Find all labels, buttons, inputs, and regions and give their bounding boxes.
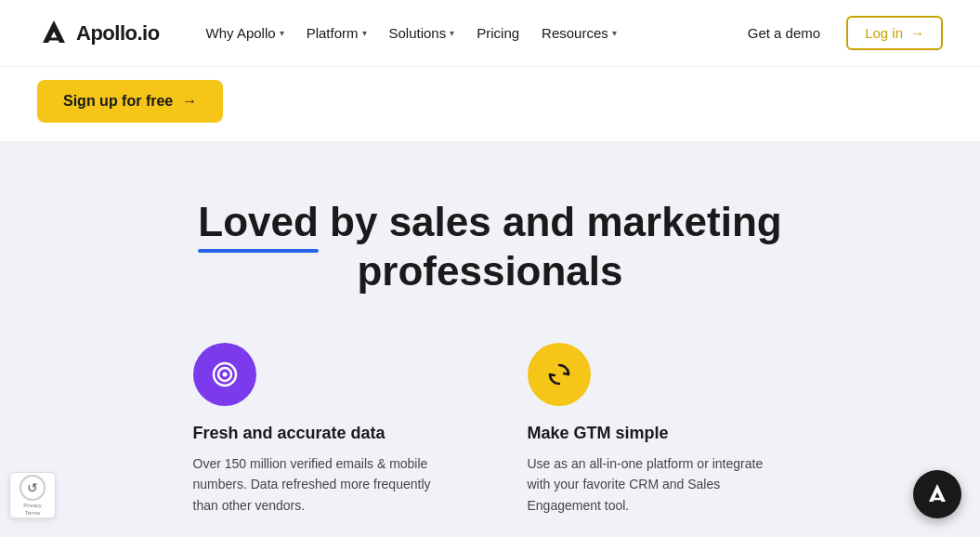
features-row: Fresh and accurate data Over 150 million… xyxy=(37,343,943,537)
arrow-right-icon: → xyxy=(910,25,924,41)
apollo-logo-icon xyxy=(924,481,950,507)
arrow-right-icon: → xyxy=(182,93,197,110)
nav-platform[interactable]: Platform ▾ xyxy=(297,20,376,46)
feature-desc-data: Over 150 million verified emails & mobil… xyxy=(193,453,453,516)
nav-right: Get a demo Log in → xyxy=(737,16,943,50)
signup-bar: Sign up for free → xyxy=(0,67,980,142)
data-icon xyxy=(193,343,256,406)
captcha-icon: ↺ xyxy=(20,475,46,501)
nav-pricing[interactable]: Pricing xyxy=(467,20,529,46)
logo-icon xyxy=(37,17,71,50)
feature-card-data: Fresh and accurate data Over 150 million… xyxy=(193,343,453,517)
hero-title: Loved by sales and marketing professiona… xyxy=(72,198,908,296)
feature-card-gtm: Make GTM simple Use as an all-in-one pla… xyxy=(528,343,788,517)
chevron-down-icon: ▾ xyxy=(362,28,367,38)
chevron-down-icon: ▾ xyxy=(612,28,617,38)
captcha-badge: ↺ Privacy Terms xyxy=(9,472,56,518)
target-icon xyxy=(209,359,241,390)
gtm-icon xyxy=(528,343,591,406)
feature-title-gtm: Make GTM simple xyxy=(528,423,669,444)
logo-text: Apollo.io xyxy=(76,21,160,46)
feature-title-data: Fresh and accurate data xyxy=(193,423,385,444)
chevron-down-icon: ▾ xyxy=(450,28,454,38)
logo[interactable]: Apollo.io xyxy=(37,17,160,50)
refresh-icon xyxy=(543,359,575,390)
nav-solutions[interactable]: Solutions ▾ xyxy=(380,20,464,46)
login-button[interactable]: Log in → xyxy=(846,16,943,50)
svg-point-2 xyxy=(222,372,227,376)
float-action-button[interactable] xyxy=(913,470,961,518)
nav-resources[interactable]: Resources ▾ xyxy=(532,20,626,46)
feature-desc-gtm: Use as an all-in-one platform or integra… xyxy=(528,453,788,516)
hero-title-rest: by sales and marketing professionals xyxy=(319,199,782,294)
navbar: Apollo.io Why Apollo ▾ Platform ▾ Soluti… xyxy=(0,0,980,67)
signup-button[interactable]: Sign up for free → xyxy=(37,80,223,123)
hero-section: Loved by sales and marketing professiona… xyxy=(0,142,980,537)
hero-title-loved: Loved xyxy=(198,198,319,247)
get-demo-button[interactable]: Get a demo xyxy=(737,20,831,46)
chevron-down-icon: ▾ xyxy=(280,28,284,38)
nav-why-apollo[interactable]: Why Apollo ▾ xyxy=(197,20,294,46)
nav-links: Why Apollo ▾ Platform ▾ Solutions ▾ Pric… xyxy=(197,20,737,46)
